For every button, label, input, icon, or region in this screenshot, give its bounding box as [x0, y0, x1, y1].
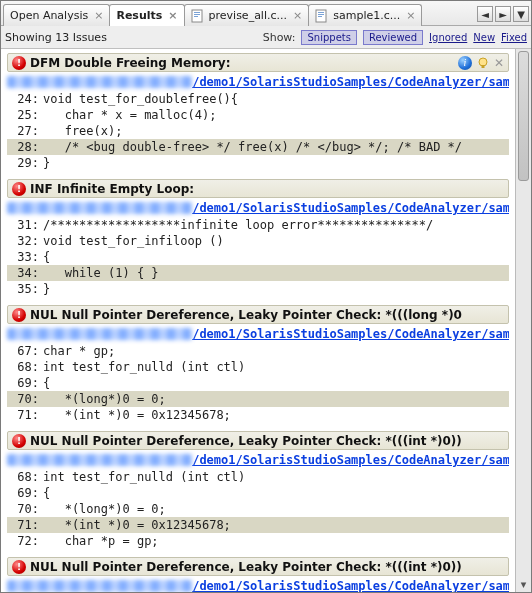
- code-text: /* <bug double-free> */ free(x) /* </bug…: [43, 139, 509, 155]
- line-number: 72:: [7, 533, 43, 549]
- code-text: char * x = malloc(4);: [43, 107, 509, 123]
- code-line: 33:{: [7, 249, 509, 265]
- tab-sample1-c[interactable]: sample1.c... ×: [308, 4, 422, 26]
- redacted-path-segment: [7, 580, 192, 592]
- redacted-path-segment: [7, 202, 192, 214]
- code-line: 71: *(int *)0 = 0x12345678;: [7, 517, 509, 533]
- issue-path-row: /demo1/SolarisStudioSamples/CodeAnalyzer…: [7, 452, 509, 468]
- close-icon[interactable]: ×: [94, 9, 103, 22]
- code-snippet: 31:/******************infinite loop erro…: [7, 217, 509, 297]
- issue-title: NUL Null Pointer Dereference, Leaky Poin…: [30, 560, 462, 574]
- svg-rect-9: [481, 65, 484, 68]
- close-icon[interactable]: ✕: [494, 56, 504, 70]
- issue-path-link[interactable]: /demo1/SolarisStudioSamples/CodeAnalyzer…: [192, 201, 509, 215]
- code-line: 31:/******************infinite loop erro…: [7, 217, 509, 233]
- issues-scroll-area[interactable]: !DFM Double Freeing Memory:i✕/demo1/Sola…: [1, 49, 515, 592]
- code-line: 32:void test_for_infiloop (): [7, 233, 509, 249]
- lightbulb-icon[interactable]: [476, 56, 490, 70]
- line-number: 32:: [7, 233, 43, 249]
- issue: !INF Infinite Empty Loop:/demo1/SolarisS…: [7, 179, 509, 297]
- code-line: 69:{: [7, 485, 509, 501]
- scrollbar-thumb[interactable]: [518, 51, 529, 181]
- svg-rect-6: [318, 14, 324, 15]
- issue: !NUL Null Pointer Dereference, Leaky Poi…: [7, 557, 509, 592]
- info-icon[interactable]: i: [458, 56, 472, 70]
- close-icon[interactable]: ×: [293, 9, 302, 22]
- code-text: }: [43, 281, 509, 297]
- issue-header[interactable]: !NUL Null Pointer Dereference, Leaky Poi…: [7, 305, 509, 324]
- code-text: void test_for_infiloop (): [43, 233, 509, 249]
- code-line: 69:{: [7, 375, 509, 391]
- tab-label: sample1.c...: [333, 9, 400, 22]
- error-icon: !: [12, 308, 26, 322]
- tab-results[interactable]: Results ×: [109, 4, 184, 26]
- code-text: }: [43, 155, 509, 171]
- issue-title: INF Infinite Empty Loop:: [30, 182, 194, 196]
- issue-header[interactable]: !NUL Null Pointer Dereference, Leaky Poi…: [7, 557, 509, 576]
- tab-label: Open Analysis: [10, 9, 88, 22]
- svg-rect-3: [194, 16, 198, 17]
- code-line: 35:}: [7, 281, 509, 297]
- filter-new-toggle[interactable]: New: [473, 32, 495, 43]
- code-line: 34: while (1) { }: [7, 265, 509, 281]
- filter-snippets-toggle[interactable]: Snippets: [301, 30, 356, 45]
- filter-reviewed-toggle[interactable]: Reviewed: [363, 30, 423, 45]
- app-window: Open Analysis × Results × previse_all.c.…: [0, 0, 532, 593]
- issue-title: NUL Null Pointer Dereference, Leaky Poin…: [30, 308, 462, 322]
- line-number: 28:: [7, 139, 43, 155]
- issue: !DFM Double Freeing Memory:i✕/demo1/Sola…: [7, 53, 509, 171]
- filter-fixed-toggle[interactable]: Fixed: [501, 32, 527, 43]
- filter-ignored-toggle[interactable]: Ignored: [429, 32, 467, 43]
- line-number: 24:: [7, 91, 43, 107]
- code-line: 29:}: [7, 155, 509, 171]
- tab-scroll-left-button[interactable]: ◄: [477, 6, 493, 22]
- tab-label: previse_all.c...: [209, 9, 287, 22]
- code-line: 68:int test_for_nulld (int ctl): [7, 469, 509, 485]
- svg-rect-7: [318, 16, 322, 17]
- issue-header[interactable]: !DFM Double Freeing Memory:i✕: [7, 53, 509, 72]
- issue-path-link[interactable]: /demo1/SolarisStudioSamples/CodeAnalyzer…: [192, 327, 509, 341]
- code-text: *(int *)0 = 0x12345678;: [43, 517, 509, 533]
- scroll-down-arrow-icon[interactable]: ▾: [516, 577, 531, 592]
- code-text: int test_for_nulld (int ctl): [43, 359, 509, 375]
- code-text: {: [43, 375, 509, 391]
- issue-path-row: /demo1/SolarisStudioSamples/CodeAnalyzer…: [7, 578, 509, 592]
- issue-path-row: /demo1/SolarisStudioSamples/CodeAnalyzer…: [7, 74, 509, 90]
- redacted-path-segment: [7, 328, 192, 340]
- tab-nav-arrows: ◄ ► ▼: [477, 3, 531, 25]
- vertical-scrollbar[interactable]: ▾: [515, 49, 531, 592]
- line-number: 68:: [7, 469, 43, 485]
- issue-path-link[interactable]: /demo1/SolarisStudioSamples/CodeAnalyzer…: [192, 75, 509, 89]
- tab-previse-all-c[interactable]: previse_all.c... ×: [184, 4, 310, 26]
- code-text: while (1) { }: [43, 265, 509, 281]
- issue-header[interactable]: !NUL Null Pointer Dereference, Leaky Poi…: [7, 431, 509, 450]
- issue-header[interactable]: !INF Infinite Empty Loop:: [7, 179, 509, 198]
- code-text: /******************infinite loop error**…: [43, 217, 509, 233]
- code-text: void test_for_doublefree(){: [43, 91, 509, 107]
- line-number: 27:: [7, 123, 43, 139]
- code-text: char *p = gp;: [43, 533, 509, 549]
- code-text: free(x);: [43, 123, 509, 139]
- tab-scroll-right-button[interactable]: ►: [495, 6, 511, 22]
- issue-path-link[interactable]: /demo1/SolarisStudioSamples/CodeAnalyzer…: [192, 579, 509, 592]
- tab-list-button[interactable]: ▼: [513, 6, 529, 22]
- issues-list: !DFM Double Freeing Memory:i✕/demo1/Sola…: [1, 49, 515, 592]
- tab-open-analysis[interactable]: Open Analysis ×: [3, 4, 110, 26]
- code-snippet: 24:void test_for_doublefree(){25: char *…: [7, 91, 509, 171]
- tab-label: Results: [116, 9, 162, 22]
- code-line: 67:char * gp;: [7, 343, 509, 359]
- issue: !NUL Null Pointer Dereference, Leaky Poi…: [7, 431, 509, 549]
- code-line: 71: *(int *)0 = 0x12345678;: [7, 407, 509, 423]
- summary-bar: Showing 13 Issues Show: Snippets Reviewe…: [1, 26, 531, 49]
- line-number: 33:: [7, 249, 43, 265]
- content-area: !DFM Double Freeing Memory:i✕/demo1/Sola…: [1, 49, 531, 592]
- issue-count-label: Showing 13 Issues: [5, 31, 107, 44]
- line-number: 71:: [7, 407, 43, 423]
- close-icon[interactable]: ×: [168, 9, 177, 22]
- line-number: 35:: [7, 281, 43, 297]
- issue-path-link[interactable]: /demo1/SolarisStudioSamples/CodeAnalyzer…: [192, 453, 509, 467]
- show-label: Show:: [263, 31, 296, 44]
- line-number: 69:: [7, 485, 43, 501]
- close-icon[interactable]: ×: [406, 9, 415, 22]
- line-number: 31:: [7, 217, 43, 233]
